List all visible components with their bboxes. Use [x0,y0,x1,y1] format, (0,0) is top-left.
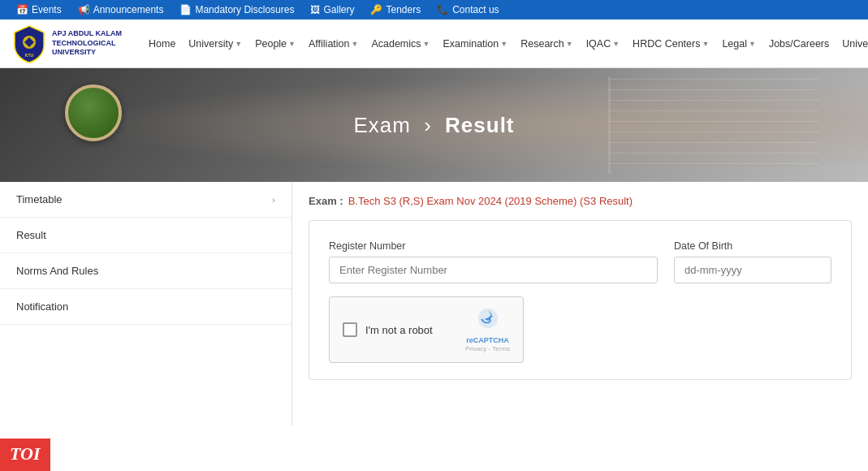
chevron-down-icon: ▼ [749,40,756,48]
register-number-label: Register Number [329,240,658,252]
events-icon: 📅 [16,4,28,15]
chevron-down-icon: ▼ [612,40,620,48]
captcha-label: I'm not a robot [365,324,433,336]
captcha-left: I'm not a robot [343,322,433,337]
topbar-item-events[interactable]: 📅 Events [16,4,62,15]
dob-label: Date Of Birth [674,240,831,252]
register-number-input[interactable] [329,257,658,283]
nav-bar: KTU APJ ABDUL KALAM TECHNOLOGICAL UNIVER… [0,19,868,68]
topbar-announcements-label: Announcements [93,4,164,15]
content-area: Exam : B.Tech S3 (R,S) Exam Nov 2024 (20… [292,182,868,426]
nav-examination[interactable]: Examination ▼ [437,32,513,56]
captcha-right: reCAPTCHA Privacy - Terms [465,307,510,352]
chevron-down-icon: ▼ [235,40,242,48]
topbar-item-mandatory-disclosures[interactable]: 📄 Mandatory Disclosures [179,4,294,15]
main-nav: Home University ▼ People ▼ Affiliation ▼… [143,32,868,56]
top-bar: 📅 Events 📢 Announcements 📄 Mandatory Dis… [0,0,868,19]
topbar-item-tenders[interactable]: 🔑 Tenders [370,4,421,15]
chevron-down-icon: ▼ [566,40,573,48]
hero-coffee-decoration [65,84,122,141]
nav-university-schools[interactable]: University Schools ▼ [836,32,868,56]
result-form-box: Register Number Date Of Birth I'm not a … [309,220,852,380]
sidebar-item-result[interactable]: Result [0,218,291,253]
logo[interactable]: KTU APJ ABDUL KALAM TECHNOLOGICAL UNIVER… [13,24,127,63]
topbar-item-contact[interactable]: 📞 Contact us [437,4,499,15]
sidebar-item-norms-and-rules[interactable]: Norms And Rules [0,253,291,289]
hero-result-label: Result [445,113,514,137]
topbar-mandatory-label: Mandatory Disclosures [195,4,294,15]
dob-input[interactable] [674,257,831,283]
hero-notebook-decoration [608,76,819,174]
nav-research[interactable]: Research ▼ [515,32,578,56]
university-logo: KTU [13,24,45,63]
topbar-contact-label: Contact us [452,4,499,15]
chevron-down-icon: ▼ [288,40,296,48]
nav-people[interactable]: People ▼ [249,32,301,56]
chevron-down-icon: ▼ [500,40,507,48]
nav-university[interactable]: University ▼ [183,32,248,56]
main-content: Timetable › Result Norms And Rules Notif… [0,182,868,426]
contact-icon: 📞 [437,4,449,15]
exam-info-row: Exam : B.Tech S3 (R,S) Exam Nov 2024 (20… [309,195,852,207]
sidebar-result-label: Result [16,229,46,241]
captcha-checkbox[interactable] [343,322,357,337]
nav-affiliation[interactable]: Affiliation ▼ [303,32,364,56]
hero-breadcrumb: Exam › Result [353,113,514,138]
topbar-events-label: Events [32,4,62,15]
nav-home[interactable]: Home [143,32,181,56]
nav-legal[interactable]: Legal ▼ [716,32,762,56]
document-icon: 📄 [179,4,192,15]
tenders-icon: 🔑 [370,4,382,15]
chevron-right-icon: › [272,195,275,205]
nav-jobs-careers[interactable]: Jobs/Careers [763,32,835,56]
nav-academics[interactable]: Academics ▼ [365,32,435,56]
nav-hrdc-centers[interactable]: HRDC Centers ▼ [627,32,715,56]
sidebar-notification-label: Notification [16,300,68,313]
sidebar: Timetable › Result Norms And Rules Notif… [0,182,292,426]
hero-banner: Exam › Result [0,68,868,182]
sidebar-timetable-label: Timetable [16,193,63,205]
chevron-down-icon: ▼ [702,40,709,48]
hero-exam-label: Exam [353,113,410,137]
university-name-text: APJ ABDUL KALAM TECHNOLOGICAL UNIVERSITY [52,29,122,58]
sidebar-item-notification[interactable]: Notification [0,289,291,325]
sidebar-norms-label: Norms And Rules [16,265,98,277]
gallery-icon: 🖼 [310,4,320,15]
breadcrumb-arrow: › [424,113,432,137]
exam-label: Exam : [309,195,343,207]
nav-iqac[interactable]: IQAC ▼ [581,32,625,56]
topbar-item-gallery[interactable]: 🖼 Gallery [310,4,354,15]
captcha-box[interactable]: I'm not a robot reCAPTCHA Privacy - Term… [329,296,524,363]
dob-group: Date Of Birth [674,240,831,283]
topbar-item-announcements[interactable]: 📢 Announcements [78,4,164,15]
register-number-group: Register Number [329,240,658,283]
chevron-down-icon: ▼ [423,40,430,48]
sidebar-item-timetable[interactable]: Timetable › [0,182,291,218]
chevron-down-icon: ▼ [352,40,359,48]
exam-value: B.Tech S3 (R,S) Exam Nov 2024 (2019 Sche… [348,195,633,207]
topbar-gallery-label: Gallery [323,4,354,15]
recaptcha-icon [477,307,499,335]
recaptcha-brand: reCAPTCHA Privacy - Terms [465,336,510,352]
svg-text:KTU: KTU [25,53,34,58]
announcements-icon: 📢 [78,4,90,15]
topbar-tenders-label: Tenders [386,4,421,15]
form-top-row: Register Number Date Of Birth [329,240,831,283]
